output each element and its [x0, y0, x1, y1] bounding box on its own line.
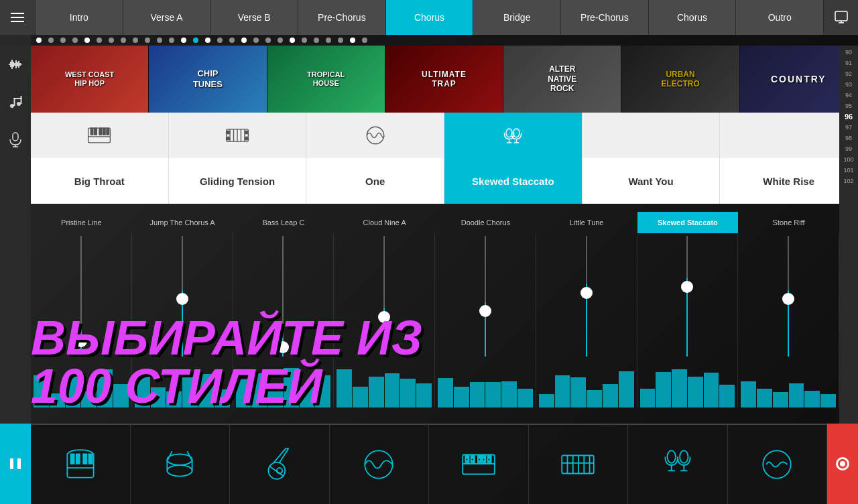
genre-west-coast-hiphop[interactable]: WEST COASTHIP HOP: [31, 46, 149, 113]
mixer-track-1[interactable]: [132, 233, 233, 407]
track-handle-7[interactable]: [782, 293, 794, 305]
nav-dot-5[interactable]: [97, 38, 102, 43]
nav-dot-21[interactable]: [290, 38, 295, 43]
nav-dot-3[interactable]: [72, 38, 78, 43]
style-want-you[interactable]: Want You: [583, 158, 721, 204]
bottom-guitar[interactable]: [230, 424, 330, 504]
track-handle-6[interactable]: [681, 281, 693, 293]
tab-verse-a[interactable]: Verse A: [123, 0, 210, 35]
nav-dot-20[interactable]: [278, 38, 283, 43]
instrument-piano[interactable]: [31, 113, 169, 158]
nav-dot-15[interactable]: [217, 38, 223, 43]
nav-dot-6[interactable]: [109, 38, 114, 43]
genre-urban-electro[interactable]: URBANELECTRO: [621, 46, 739, 113]
bottom-mic-double[interactable]: [628, 424, 728, 504]
bottom-keyboard2[interactable]: [529, 424, 629, 504]
right-number-91[interactable]: 91: [839, 58, 858, 68]
export-button[interactable]: [823, 0, 858, 35]
nav-dot-4[interactable]: [84, 38, 90, 43]
music-note-icon[interactable]: [3, 90, 27, 114]
track-handle-2[interactable]: [277, 341, 289, 353]
genre-alt-rock[interactable]: ALTERNATIVEROCK: [503, 46, 621, 113]
mixer-label-2[interactable]: Bass Leap C: [233, 212, 334, 233]
right-number-97[interactable]: 97: [839, 122, 858, 133]
right-number-94[interactable]: 94: [839, 90, 858, 101]
style-skewed-staccato[interactable]: Skewed Staccato: [444, 158, 583, 204]
style-gliding-tension[interactable]: Gliding Tension: [169, 158, 307, 204]
nav-dot-0[interactable]: [36, 38, 42, 43]
track-handle-0[interactable]: [75, 335, 87, 347]
right-number-101[interactable]: 101: [839, 165, 858, 176]
style-white-rise[interactable]: White Rise: [720, 158, 858, 204]
track-handle-5[interactable]: [580, 287, 593, 299]
mixer-track-4[interactable]: [435, 233, 536, 407]
nav-dot-11[interactable]: [169, 38, 174, 43]
mixer-label-3[interactable]: Cloud Nine A: [334, 212, 435, 233]
waveform-icon[interactable]: [3, 52, 27, 76]
nav-dot-18[interactable]: [253, 38, 259, 43]
track-handle-1[interactable]: [176, 293, 188, 305]
nav-dot-7[interactable]: [121, 38, 126, 43]
tab-pre-chorus2[interactable]: Pre-Chorus: [560, 0, 648, 35]
mixer-track-2[interactable]: [233, 233, 334, 407]
nav-dot-14[interactable]: [205, 38, 210, 43]
track-handle-3[interactable]: [378, 311, 390, 323]
nav-dot-9[interactable]: [145, 38, 150, 43]
mixer-label-1[interactable]: Jump The Chorus A: [132, 212, 233, 233]
mixer-label-7[interactable]: Stone Riff: [738, 212, 839, 233]
bottom-keyboard1[interactable]: [429, 424, 529, 504]
nav-dot-2[interactable]: [60, 38, 66, 43]
nav-dot-24[interactable]: [326, 38, 331, 43]
nav-dot-13[interactable]: [193, 38, 198, 43]
nav-dot-19[interactable]: [265, 38, 271, 43]
mixer-track-5[interactable]: [536, 233, 637, 407]
tab-pre-chorus[interactable]: Pre-Chorus: [298, 0, 385, 35]
instrument-vocals[interactable]: [444, 113, 583, 158]
mixer-track-0[interactable]: [31, 233, 132, 407]
right-number-100[interactable]: 100: [839, 154, 858, 165]
instrument-empty2[interactable]: [720, 113, 858, 158]
instrument-empty1[interactable]: [583, 113, 721, 158]
mixer-track-7[interactable]: [738, 233, 839, 407]
tab-bridge[interactable]: Bridge: [473, 0, 560, 35]
tab-intro[interactable]: Intro: [35, 0, 123, 35]
mixer-label-0[interactable]: Pristine Line: [31, 212, 132, 233]
right-number-92[interactable]: 92: [839, 68, 858, 79]
tab-outro[interactable]: Outro: [735, 0, 823, 35]
right-number-96[interactable]: 96: [839, 111, 858, 122]
genre-chiptunes[interactable]: CHIPTUNES: [149, 46, 267, 113]
record-button[interactable]: [827, 424, 858, 504]
right-number-93[interactable]: 93: [839, 79, 858, 90]
hamburger-button[interactable]: [0, 0, 35, 35]
bottom-audio-modifier[interactable]: [728, 424, 828, 504]
nav-dot-27[interactable]: [362, 38, 367, 43]
instrument-audio-wave[interactable]: [306, 113, 444, 158]
bottom-piano[interactable]: [31, 424, 131, 504]
nav-dot-10[interactable]: [157, 38, 162, 43]
nav-dot-23[interactable]: [314, 38, 319, 43]
nav-dot-8[interactable]: [133, 38, 138, 43]
tab-verse-b[interactable]: Verse B: [210, 0, 298, 35]
instrument-synthesizer[interactable]: [169, 113, 307, 158]
microphone-sidebar-icon[interactable]: [3, 127, 27, 151]
tab-chorus2[interactable]: Chorus: [648, 0, 736, 35]
tab-chorus[interactable]: Chorus: [385, 0, 473, 35]
bottom-synth-wave[interactable]: [330, 424, 430, 504]
track-handle-4[interactable]: [479, 305, 491, 317]
mixer-track-3[interactable]: [334, 233, 435, 407]
right-number-102[interactable]: 102: [839, 176, 858, 186]
right-number-95[interactable]: 95: [839, 101, 858, 111]
nav-dot-16[interactable]: [229, 38, 235, 43]
genre-ultimate-trap[interactable]: ULTIMATETRAP: [385, 46, 503, 113]
nav-dot-25[interactable]: [338, 38, 343, 43]
mixer-label-6[interactable]: Skewed Staccato: [637, 212, 739, 233]
right-number-90[interactable]: 90: [839, 47, 858, 58]
nav-dot-22[interactable]: [302, 38, 307, 43]
style-one[interactable]: One: [306, 158, 444, 204]
style-big-throat[interactable]: Big Throat: [31, 158, 169, 204]
nav-dot-12[interactable]: [181, 38, 186, 43]
mixer-label-5[interactable]: Little Tune: [536, 212, 637, 233]
nav-dot-26[interactable]: [350, 38, 355, 43]
nav-dot-1[interactable]: [48, 38, 54, 43]
right-number-98[interactable]: 98: [839, 133, 858, 143]
